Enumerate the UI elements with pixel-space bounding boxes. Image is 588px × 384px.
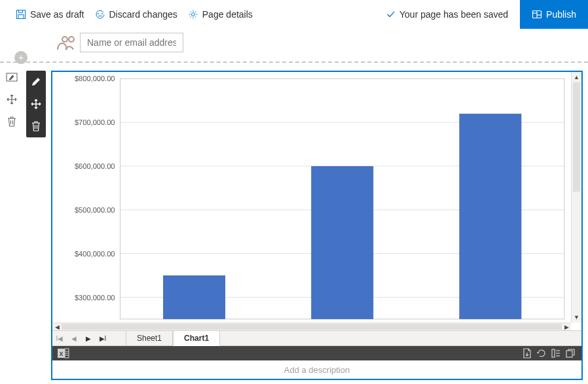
webpart-edit-button[interactable] — [30, 76, 42, 88]
sheet-tab-strip: I◀ ◀ ▶ ▶I Sheet1 Chart1 — [52, 330, 581, 346]
publish-button[interactable]: Publish — [520, 0, 588, 29]
save-icon — [16, 9, 26, 20]
section-divider — [0, 61, 588, 63]
save-draft-button[interactable]: Save as draft — [10, 5, 90, 24]
svg-point-3 — [101, 14, 102, 14]
svg-text:$300,000.00: $300,000.00 — [75, 293, 115, 301]
move-section-button[interactable] — [5, 93, 18, 106]
svg-rect-36 — [566, 351, 572, 357]
scroll-down-icon[interactable]: ▼ — [572, 312, 581, 323]
tab-nav-next-button[interactable]: ▶ — [81, 331, 96, 345]
delete-section-button[interactable] — [5, 115, 18, 128]
excel-status-bar: x — [52, 346, 581, 360]
scroll-right-icon[interactable]: ▶ — [562, 323, 571, 330]
canvas: $300,000.00$400,000.00$500,000.00$600,00… — [26, 71, 583, 380]
tab-chart1[interactable]: Chart1 — [173, 331, 220, 346]
tab-nav-prev-button: ◀ — [67, 331, 81, 345]
publish-label: Publish — [546, 9, 576, 20]
svg-text:$500,000.00: $500,000.00 — [75, 206, 115, 214]
discard-icon — [95, 9, 105, 20]
svg-point-2 — [98, 14, 98, 14]
discard-label: Discard changes — [109, 9, 177, 20]
excel-logo-icon: x — [58, 347, 69, 359]
page-details-button[interactable]: Page details — [183, 5, 258, 24]
section-tool-rail — [5, 71, 18, 128]
publish-icon — [532, 9, 542, 20]
save-status: Your page has been saved — [380, 5, 515, 24]
edit-section-button[interactable] — [5, 71, 18, 84]
svg-rect-25 — [459, 114, 521, 319]
svg-rect-23 — [163, 275, 225, 319]
webpart-toolbar — [26, 71, 46, 137]
save-draft-label: Save as draft — [30, 9, 84, 20]
plus-icon: + — [18, 53, 24, 62]
svg-rect-32 — [552, 349, 555, 357]
person-icon — [56, 35, 75, 50]
download-button[interactable] — [521, 347, 533, 359]
vertical-scrollbar[interactable]: ▲ ▼ — [571, 72, 581, 323]
tab-nav-last-button[interactable]: ▶I — [96, 331, 110, 345]
info-button[interactable] — [550, 347, 562, 359]
scroll-up-icon[interactable]: ▲ — [572, 72, 581, 82]
excel-webpart: $300,000.00$400,000.00$500,000.00$600,00… — [51, 71, 583, 380]
description-input[interactable]: Add a description — [52, 360, 581, 379]
svg-rect-1 — [18, 15, 24, 19]
discard-changes-button[interactable]: Discard changes — [90, 5, 183, 24]
save-status-text: Your page has been saved — [399, 9, 508, 20]
svg-point-4 — [191, 13, 194, 16]
author-strip — [0, 29, 588, 59]
svg-text:$600,000.00: $600,000.00 — [75, 162, 115, 170]
horizontal-scrollbar[interactable]: ◀ ▶ — [52, 323, 571, 330]
gear-icon — [188, 9, 198, 20]
svg-text:$400,000.00: $400,000.00 — [75, 250, 115, 258]
fullscreen-button[interactable] — [564, 347, 576, 359]
webpart-delete-button[interactable] — [30, 120, 42, 132]
svg-text:$700,000.00: $700,000.00 — [75, 118, 115, 126]
command-bar: Save as draft Discard changes Page detai… — [0, 0, 588, 29]
add-section-button[interactable]: + — [14, 51, 28, 64]
refresh-button[interactable] — [536, 347, 547, 359]
tab-nav-first-button: I◀ — [52, 331, 67, 345]
webpart-move-button[interactable] — [30, 98, 42, 110]
scroll-left-icon[interactable]: ◀ — [52, 323, 62, 330]
page-details-label: Page details — [202, 9, 253, 20]
svg-rect-24 — [311, 166, 373, 319]
author-input[interactable] — [80, 33, 183, 52]
chart-viewport: $300,000.00$400,000.00$500,000.00$600,00… — [52, 72, 581, 330]
tab-sheet1[interactable]: Sheet1 — [126, 331, 173, 345]
bar-chart: $300,000.00$400,000.00$500,000.00$600,00… — [58, 72, 571, 323]
svg-text:$800,000.00: $800,000.00 — [75, 75, 115, 82]
svg-text:x: x — [60, 350, 64, 357]
checkmark-icon — [386, 10, 395, 19]
